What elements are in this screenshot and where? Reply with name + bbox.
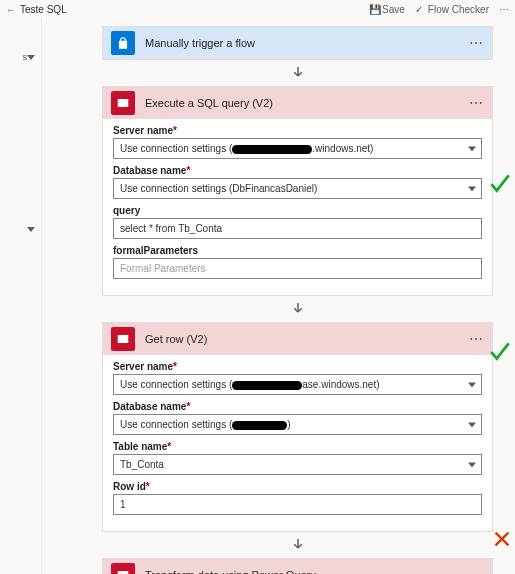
table-name-label: Table name*: [113, 441, 482, 452]
row-id-label: Row id*: [113, 481, 482, 492]
power-query-icon: [111, 563, 135, 575]
save-button[interactable]: 💾 Save: [369, 4, 405, 15]
more-icon[interactable]: ⋯: [499, 4, 509, 15]
server-name-select[interactable]: Use connection settings (.windows.net): [113, 138, 482, 159]
flow-checker-button[interactable]: ✓ Flow Checker: [415, 4, 489, 15]
query-label: query: [113, 205, 482, 216]
getrow-action-card[interactable]: Get row (V2) ⋯ Server name* Use connecti…: [102, 322, 493, 532]
server-name-label: Server name*: [113, 125, 482, 136]
sql-action-card[interactable]: Execute a SQL query (V2) ⋯ Server name* …: [102, 86, 493, 296]
db-name-select[interactable]: Use connection settings (DbFinancasDanie…: [113, 178, 482, 199]
arrow-connector: [102, 532, 493, 558]
left-pane-item[interactable]: s: [0, 46, 41, 68]
chevron-down-icon: [468, 186, 476, 191]
transform-action-card[interactable]: Transform data using Power Query ⋯ Creat…: [102, 558, 493, 574]
card-menu-icon[interactable]: ⋯: [469, 35, 484, 51]
query-input[interactable]: select * from Tb_Conta: [113, 218, 482, 239]
annotation-checkmark: [487, 338, 513, 370]
chevron-down-icon: [468, 422, 476, 427]
flow-canvas: Manually trigger a flow ⋯ Execute a SQL …: [42, 18, 515, 574]
svg-rect-1: [118, 334, 129, 342]
server-name-select[interactable]: Use connection settings (ase.windows.net…: [113, 374, 482, 395]
annotation-x: [491, 528, 513, 556]
chevron-down-icon: [468, 382, 476, 387]
chevron-down-icon: [27, 55, 35, 60]
trigger-title: Manually trigger a flow: [145, 37, 469, 49]
left-pane-item[interactable]: [0, 218, 41, 240]
getrow-title: Get row (V2): [145, 333, 469, 345]
chevron-down-icon: [468, 146, 476, 151]
db-name-select[interactable]: Use connection settings (): [113, 414, 482, 435]
sql-title: Execute a SQL query (V2): [145, 97, 469, 109]
server-name-label: Server name*: [113, 361, 482, 372]
chevron-down-icon: [468, 462, 476, 467]
transform-title: Transform data using Power Query: [145, 569, 469, 575]
db-name-label: Database name*: [113, 165, 482, 176]
row-id-input[interactable]: 1: [113, 494, 482, 515]
checker-label: Flow Checker: [428, 4, 489, 15]
formal-params-label: formalParameters: [113, 245, 482, 256]
db-name-label: Database name*: [113, 401, 482, 412]
flow-title: Teste SQL: [20, 4, 369, 15]
annotation-checkmark: [487, 170, 513, 202]
left-pane: s: [0, 18, 42, 574]
trigger-icon: [111, 31, 135, 55]
card-menu-icon[interactable]: ⋯: [469, 567, 484, 575]
save-label: Save: [382, 4, 405, 15]
sql-icon: [111, 327, 135, 351]
card-menu-icon[interactable]: ⋯: [469, 95, 484, 111]
table-name-select[interactable]: Tb_Conta: [113, 454, 482, 475]
svg-rect-2: [118, 570, 129, 574]
topbar: ← Teste SQL 💾 Save ✓ Flow Checker ⋯: [0, 0, 515, 18]
save-icon: 💾: [369, 4, 379, 14]
sql-icon: [111, 91, 135, 115]
card-menu-icon[interactable]: ⋯: [469, 331, 484, 347]
checker-icon: ✓: [415, 4, 425, 14]
back-icon[interactable]: ←: [6, 4, 20, 15]
trigger-card[interactable]: Manually trigger a flow ⋯: [102, 26, 493, 60]
arrow-connector: [102, 296, 493, 322]
arrow-connector: [102, 60, 493, 86]
svg-rect-0: [118, 98, 129, 106]
chevron-down-icon: [27, 227, 35, 232]
formal-params-input[interactable]: Formal Parameters: [113, 258, 482, 279]
